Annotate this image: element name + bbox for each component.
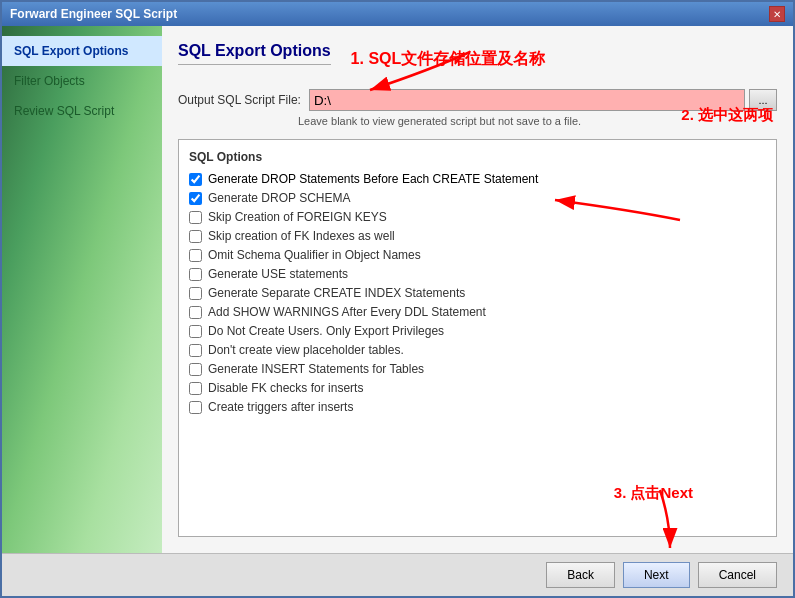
checkbox-input-omit-schema[interactable] (189, 249, 202, 262)
close-button[interactable]: ✕ (769, 6, 785, 22)
checkbox-generate-drop-statements[interactable]: Generate DROP Statements Before Each CRE… (189, 172, 766, 186)
sidebar: SQL Export Options Filter Objects Review… (2, 26, 162, 553)
checkbox-create-triggers[interactable]: Create triggers after inserts (189, 400, 766, 414)
file-row: Output SQL Script File: ... (178, 89, 777, 111)
checkbox-label-foreign-keys: Skip Creation of FOREIGN KEYS (208, 210, 387, 224)
sql-options-title: SQL Options (189, 150, 766, 164)
checkbox-generate-drop-schema[interactable]: Generate DROP SCHEMA (189, 191, 766, 205)
checkbox-input-show-warnings[interactable] (189, 306, 202, 319)
checkbox-input-create-index[interactable] (189, 287, 202, 300)
checkbox-input-no-create-users[interactable] (189, 325, 202, 338)
checkbox-disable-fk-checks[interactable]: Disable FK checks for inserts (189, 381, 766, 395)
checkbox-create-index[interactable]: Generate Separate CREATE INDEX Statement… (189, 286, 766, 300)
checkbox-omit-schema[interactable]: Omit Schema Qualifier in Object Names (189, 248, 766, 262)
checkbox-input-create-triggers[interactable] (189, 401, 202, 414)
checkbox-label-generate-use: Generate USE statements (208, 267, 348, 281)
checkbox-input-disable-fk-checks[interactable] (189, 382, 202, 395)
section-title: SQL Export Options (178, 42, 331, 65)
checkbox-generate-insert[interactable]: Generate INSERT Statements for Tables (189, 362, 766, 376)
sidebar-item-sql-export[interactable]: SQL Export Options (2, 36, 162, 66)
checkbox-input-fk-indexes[interactable] (189, 230, 202, 243)
main-panel: SQL Export Options 1. SQL文件存储位置及名称 Outpu… (162, 26, 793, 553)
sidebar-item-filter[interactable]: Filter Objects (2, 66, 162, 96)
bottom-bar: Back Next Cancel (2, 553, 793, 596)
file-input[interactable] (309, 89, 745, 111)
back-button[interactable]: Back (546, 562, 615, 588)
annotation-1: 1. SQL文件存储位置及名称 (351, 49, 546, 70)
checkbox-input-foreign-keys[interactable] (189, 211, 202, 224)
hint-text: Leave blank to view generated script but… (298, 115, 777, 127)
checkbox-label-generate-insert: Generate INSERT Statements for Tables (208, 362, 424, 376)
sql-options-box: SQL Options Generate DROP Statements Bef… (178, 139, 777, 537)
checkbox-skip-foreign-keys[interactable]: Skip Creation of FOREIGN KEYS (189, 210, 766, 224)
checkbox-label-create-index: Generate Separate CREATE INDEX Statement… (208, 286, 465, 300)
checkbox-no-view-placeholder[interactable]: Don't create view placeholder tables. (189, 343, 766, 357)
next-button[interactable]: Next (623, 562, 690, 588)
checkbox-label-create-triggers: Create triggers after inserts (208, 400, 353, 414)
cancel-button[interactable]: Cancel (698, 562, 777, 588)
checkbox-input-generate-use[interactable] (189, 268, 202, 281)
checkbox-label-drop-schema: Generate DROP SCHEMA (208, 191, 351, 205)
title-bar: Forward Engineer SQL Script ✕ (2, 2, 793, 26)
file-label: Output SQL Script File: (178, 93, 301, 107)
checkbox-input-no-view-placeholder[interactable] (189, 344, 202, 357)
checkbox-label-no-view-placeholder: Don't create view placeholder tables. (208, 343, 404, 357)
checkbox-label-fk-indexes: Skip creation of FK Indexes as well (208, 229, 395, 243)
checkbox-show-warnings[interactable]: Add SHOW WARNINGS After Every DDL Statem… (189, 305, 766, 319)
checkbox-label-omit-schema: Omit Schema Qualifier in Object Names (208, 248, 421, 262)
checkbox-input-generate-insert[interactable] (189, 363, 202, 376)
checkbox-input-drop-statements[interactable] (189, 173, 202, 186)
browse-button[interactable]: ... (749, 89, 777, 111)
checkbox-label-drop-statements: Generate DROP Statements Before Each CRE… (208, 172, 538, 186)
sidebar-item-review[interactable]: Review SQL Script (2, 96, 162, 126)
checkbox-generate-use[interactable]: Generate USE statements (189, 267, 766, 281)
window-title: Forward Engineer SQL Script (10, 7, 177, 21)
checkbox-label-no-create-users: Do Not Create Users. Only Export Privile… (208, 324, 444, 338)
checkbox-label-disable-fk-checks: Disable FK checks for inserts (208, 381, 363, 395)
checkbox-skip-fk-indexes[interactable]: Skip creation of FK Indexes as well (189, 229, 766, 243)
checkbox-no-create-users[interactable]: Do Not Create Users. Only Export Privile… (189, 324, 766, 338)
checkbox-input-drop-schema[interactable] (189, 192, 202, 205)
checkbox-label-show-warnings: Add SHOW WARNINGS After Every DDL Statem… (208, 305, 486, 319)
